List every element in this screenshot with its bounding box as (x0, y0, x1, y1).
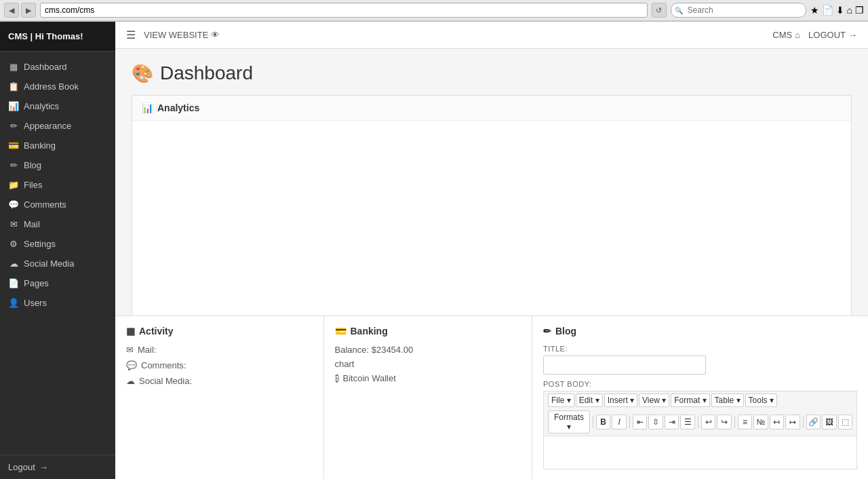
bottom-panels: ▦ Activity ✉ Mail: 💬 Comments: ☁ Social … (115, 315, 868, 479)
editor-italic-button[interactable]: I (612, 415, 626, 429)
sidebar-item-pages[interactable]: 📄 Pages (0, 273, 115, 293)
home-icon[interactable]: ⌂ (847, 5, 852, 16)
logout-button[interactable]: Logout → (8, 462, 107, 472)
sidebar-item-analytics[interactable]: 📊 Analytics (0, 96, 115, 116)
app: CMS | Hi Thomas! ▦ Dashboard 📋 Address B… (0, 22, 868, 479)
hamburger-button[interactable]: ☰ (126, 28, 136, 41)
cms-link[interactable]: CMS ⌂ (772, 30, 800, 40)
cms-home-icon: ⌂ (795, 30, 800, 40)
sidebar-label-pages: Pages (24, 278, 49, 288)
blog-title-field-label: TITLE: (543, 345, 857, 353)
sidebar-label-settings: Settings (24, 239, 56, 249)
sidebar-label-appearance: Appearance (24, 121, 71, 131)
editor-justify-button[interactable]: ☰ (680, 415, 694, 429)
editor-embed-button[interactable]: ⬚ (838, 415, 852, 429)
browser-search-input[interactable] (671, 3, 806, 18)
editor-redo-button[interactable]: ↪ (717, 415, 731, 429)
blog-title-icon: ✏ (543, 326, 551, 337)
sidebar-item-social-media[interactable]: ☁ Social Media (0, 254, 115, 273)
blog-icon: ✏ (8, 160, 19, 170)
sidebar-toggle-icon[interactable]: ❐ (855, 5, 864, 16)
logout-top-button[interactable]: LOGOUT → (808, 30, 857, 40)
sidebar: CMS | Hi Thomas! ▦ Dashboard 📋 Address B… (0, 22, 115, 479)
files-icon: 📁 (8, 180, 19, 190)
reader-icon[interactable]: 📄 (822, 5, 833, 16)
logout-label: Logout (8, 462, 35, 472)
browser-toolbar: ◀ ▶ ↺ ★ 📄 ⬇ ⌂ ❐ (0, 0, 868, 21)
blog-panel: ✏ Blog TITLE: POST BODY: File ▾ Edit ▾ I… (532, 316, 868, 479)
editor-align-right-button[interactable]: ⇥ (665, 415, 679, 429)
sidebar-label-address-book: Address Book (24, 81, 79, 92)
toolbar-divider-5 (803, 416, 804, 428)
editor-align-left-button[interactable]: ⇤ (633, 415, 647, 429)
analytics-section: 📊 Analytics (132, 95, 852, 315)
url-bar[interactable] (40, 3, 648, 18)
editor-align-center-button[interactable]: ⇳ (648, 415, 663, 429)
comments-icon: 💬 (8, 199, 19, 210)
editor-edit-button[interactable]: Edit ▾ (576, 394, 603, 407)
editor-formats-button[interactable]: Formats ▾ (548, 410, 590, 434)
analytics-icon: 📊 (8, 101, 19, 111)
sidebar-logo: CMS | Hi Thomas! (8, 31, 83, 41)
sidebar-label-blog: Blog (24, 160, 41, 170)
blog-body-label: POST BODY: (543, 380, 857, 388)
editor-format-button[interactable]: Format ▾ (671, 394, 709, 407)
toolbar-divider-4 (734, 416, 735, 428)
pages-icon: 📄 (8, 278, 19, 288)
sidebar-label-comments: Comments (24, 199, 66, 210)
banking-icon: 💳 (8, 140, 19, 151)
banking-chart-label: chart (335, 359, 521, 369)
activity-panel-title: ▦ Activity (126, 326, 313, 337)
users-icon: 👤 (8, 298, 19, 308)
editor-outdent-button[interactable]: ↤ (770, 415, 784, 429)
eye-icon: 👁 (211, 30, 220, 40)
editor-tools-button[interactable]: Tools ▾ (745, 394, 777, 407)
activity-comments-label: Comments: (141, 360, 186, 370)
sidebar-item-comments[interactable]: 💬 Comments (0, 195, 115, 214)
download-icon[interactable]: ⬇ (836, 5, 844, 16)
editor-image-button[interactable]: 🖼 (822, 415, 836, 429)
analytics-header-icon: 📊 (142, 102, 153, 113)
page-content: 🎨 Dashboard 📊 Analytics (115, 49, 868, 315)
activity-mail-row: ✉ Mail: (126, 345, 313, 355)
editor-ol-button[interactable]: № (753, 415, 768, 429)
editor-indent-button[interactable]: ↦ (785, 415, 800, 429)
editor-undo-button[interactable]: ↩ (701, 415, 715, 429)
view-website-link[interactable]: VIEW WEBSITE 👁 (144, 30, 220, 40)
editor-table-button[interactable]: Table ▾ (711, 394, 744, 407)
activity-comments-row: 💬 Comments: (126, 360, 313, 370)
sidebar-item-blog[interactable]: ✏ Blog (0, 155, 115, 175)
logout-top-label: LOGOUT (808, 30, 846, 40)
editor-file-button[interactable]: File ▾ (548, 394, 574, 407)
sidebar-label-analytics: Analytics (24, 101, 59, 111)
reload-button[interactable]: ↺ (652, 3, 667, 18)
editor-link-button[interactable]: 🔗 (806, 415, 821, 429)
favorite-icon[interactable]: ★ (810, 5, 819, 16)
blog-title-input[interactable] (543, 356, 706, 375)
sidebar-item-address-book[interactable]: 📋 Address Book (0, 77, 115, 96)
sidebar-item-appearance[interactable]: ✏ Appearance (0, 116, 115, 136)
back-button[interactable]: ◀ (4, 3, 19, 18)
sidebar-item-dashboard[interactable]: ▦ Dashboard (0, 57, 115, 77)
sidebar-item-users[interactable]: 👤 Users (0, 293, 115, 313)
editor-ul-button[interactable]: ≡ (738, 415, 752, 429)
view-website-label: VIEW WEBSITE (144, 30, 208, 40)
dashboard-icon: ▦ (8, 62, 19, 72)
activity-mail-icon: ✉ (126, 345, 134, 355)
editor-body[interactable] (543, 436, 857, 470)
forward-button[interactable]: ▶ (21, 3, 36, 18)
activity-social-label: Social Media: (139, 376, 192, 386)
sidebar-item-settings[interactable]: ⚙ Settings (0, 234, 115, 254)
toolbar-divider-2 (629, 416, 630, 428)
logout-icon: → (39, 462, 48, 472)
bitcoin-icon: ₿ (335, 373, 340, 383)
editor-bold-button[interactable]: B (596, 415, 610, 429)
editor-view-button[interactable]: View ▾ (639, 394, 669, 407)
cms-label: CMS (772, 30, 792, 40)
editor-insert-button[interactable]: Insert ▾ (604, 394, 637, 407)
sidebar-item-banking[interactable]: 💳 Banking (0, 136, 115, 155)
sidebar-label-banking: Banking (24, 140, 56, 151)
sidebar-item-mail[interactable]: ✉ Mail (0, 214, 115, 234)
page-title-area: 🎨 Dashboard (132, 62, 852, 84)
sidebar-item-files[interactable]: 📁 Files (0, 175, 115, 195)
